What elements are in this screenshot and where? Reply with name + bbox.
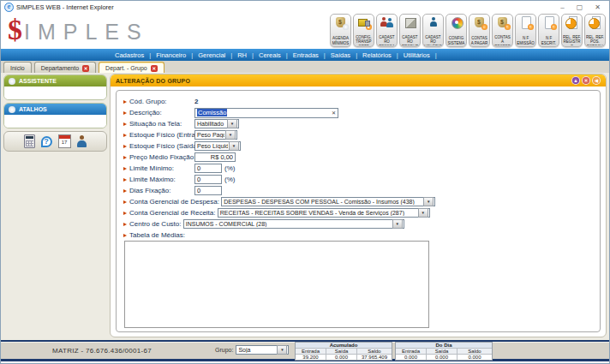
- main-menu-bar: Cadastros Financeiro Gerencial RH Cereai…: [1, 49, 609, 61]
- field-bullet-icon: [123, 234, 127, 237]
- form-title: ALTERAÇÃO DO GRUPO: [116, 78, 190, 84]
- panel-close-button[interactable]: ✕: [582, 76, 590, 85]
- toolbar-button-rel-pos-estoque[interactable]: REL. REF. POS. ESTOQUE: [584, 14, 606, 47]
- menu-financeiro[interactable]: Financeiro: [153, 51, 195, 59]
- field-row-situacao: Situação na Tela: Habilitado ▼: [123, 118, 593, 129]
- chevron-down-icon: ▼: [225, 130, 236, 140]
- do-dia-entrada-value: 0.000: [396, 355, 427, 360]
- main-panel: ALTERAÇÃO DO GRUPO ▲ ✕ ◀ Cód. Grupo: 2 D…: [110, 74, 607, 337]
- toolbar-button-contas-a-pagar[interactable]: ↓ CONTAS A PAGAR: [469, 14, 490, 47]
- conta-despesa-select[interactable]: DESPESAS - DESPESAS COM PESSOAL - Comiss…: [221, 197, 435, 206]
- percent-suffix: (%): [224, 164, 235, 172]
- menu-entradas[interactable]: Entradas: [290, 51, 328, 59]
- estoque-entrada-select[interactable]: Peso Pago ▼: [194, 130, 237, 140]
- palette-icon: [450, 16, 463, 29]
- toolbar-button-config-transporte[interactable]: ● CONFIG. TRANSPORTE ESCOL.: [353, 14, 374, 47]
- menu-rh[interactable]: RH: [235, 51, 256, 59]
- help-icon[interactable]: ?: [41, 136, 52, 147]
- descricao-input[interactable]: Comissão ✕: [194, 108, 338, 118]
- toolbar-button-config-sistema[interactable]: CONFIG SISTEMA: [446, 14, 467, 47]
- content-area: ASSISTENTE ATALHOS ? 17 ALTERAÇÃO: [1, 73, 609, 340]
- limite-maximo-input[interactable]: [194, 175, 222, 184]
- app-window: e SIMPLES WEB - Internet Explorer – ▢ ✕ …: [0, 0, 610, 364]
- assistente-panel: ASSISTENTE: [3, 75, 107, 100]
- tab-departamento[interactable]: Departamento ✕: [34, 62, 96, 74]
- field-bullet-icon: [123, 122, 127, 126]
- centro-custo-select[interactable]: INSUMOS - COMERCIAL (28) ▼: [183, 219, 404, 229]
- menu-cereais[interactable]: Cereais: [256, 51, 290, 59]
- menu-relatorios[interactable]: Relatórios: [360, 51, 401, 59]
- toolbar-button-nf-emissao[interactable]: ↑ N F EMISSÃO: [515, 14, 536, 47]
- toolbar-button-cadastro-pessoa[interactable]: CADASTRO PESSOA: [376, 14, 398, 47]
- quick-access-toolbar: AGENDA MÍNIMOS ● CONFIG. TRANSPORTE ESCO…: [330, 14, 606, 47]
- field-bullet-icon: [123, 145, 127, 148]
- field-row-conta-despesa: Conta Gerencial de Despesa: DESPESAS - D…: [123, 196, 593, 207]
- clear-field-icon[interactable]: ✕: [332, 110, 336, 116]
- field-row-descricao: Descrição: Comissão ✕: [123, 107, 593, 118]
- pie-chart-icon: [589, 16, 602, 29]
- toolbar-button-nf-escrit[interactable]: ↑ N F ESCRIT.: [538, 14, 559, 47]
- logo-word: IMPLES: [24, 20, 149, 45]
- tabela-medias-textarea[interactable]: [124, 241, 429, 328]
- field-row-centro-custo: Centro de Custo: INSUMOS - COMERCIAL (28…: [123, 218, 593, 230]
- calendar-icon[interactable]: 17: [58, 134, 71, 148]
- status-bar: MATRIZ - 76.676.436/0001-67 Grupo: Soja …: [1, 340, 609, 363]
- form-header: ALTERAÇÃO DO GRUPO ▲ ✕ ◀: [111, 75, 606, 87]
- user-icon: [427, 16, 440, 29]
- tab-close-icon[interactable]: ✕: [151, 65, 158, 72]
- document-icon: ↑: [519, 16, 533, 29]
- user-profile-icon[interactable]: [77, 135, 87, 148]
- sidebar-tools: ? 17: [3, 131, 107, 152]
- menu-saidas[interactable]: Saídas: [328, 51, 360, 59]
- field-bullet-icon: [123, 178, 127, 182]
- acumulado-table: Acumulado Entrada Saída Saldo 39.200 0.0…: [295, 342, 392, 361]
- panel-back-button[interactable]: ◀: [592, 76, 601, 85]
- calculator-icon[interactable]: [24, 134, 35, 148]
- cod-grupo-value: 2: [194, 98, 198, 105]
- field-bullet-icon: [123, 111, 127, 115]
- form-body: Cód. Grupo: 2 Descrição: Comissão ✕ Situ…: [116, 90, 601, 332]
- truck-icon: ●: [357, 16, 371, 29]
- menu-cadastros[interactable]: Cadastros: [112, 51, 153, 59]
- conta-receita-select[interactable]: RECEITAS - RECEITAS SOBRE VENDAS - Venda…: [218, 208, 430, 218]
- estoque-saida-select[interactable]: Peso Líquido ▼: [194, 141, 241, 151]
- tab-depart-grupo[interactable]: Depart. - Grupo ✕: [99, 62, 164, 74]
- minimize-button[interactable]: –: [560, 3, 564, 12]
- field-row-estoque-entrada: Estoque Físico (Entrada): Peso Pago ▼: [123, 129, 593, 140]
- document-icon: ↑: [542, 16, 556, 29]
- preco-medio-input[interactable]: [194, 152, 236, 162]
- simples-logo: $ IMPLES: [8, 15, 149, 45]
- panel-up-button[interactable]: ▲: [571, 76, 580, 85]
- bullet-circle-icon: [9, 78, 15, 85]
- chevron-down-icon: ▼: [229, 141, 239, 151]
- grupo-select[interactable]: Soja ▼: [236, 345, 289, 355]
- table-title: Do Dia: [396, 343, 492, 349]
- do-dia-table: Do Dia Entrada Saída Saldo 0.000 0.000 0…: [395, 342, 493, 361]
- toolbar-button-cadastro-usuarios[interactable]: CADASTRO USUÁRIOS: [422, 14, 444, 47]
- menu-gerencial[interactable]: Gerencial: [195, 51, 235, 59]
- toolbar-button-cadastro-produtos[interactable]: CADASTRO PRODUTOS: [399, 14, 421, 47]
- people-icon: [380, 16, 394, 29]
- field-bullet-icon: [123, 189, 127, 193]
- maximize-button[interactable]: ▢: [577, 3, 583, 12]
- field-row-limite-maximo: Limite Máximo: (%): [123, 174, 593, 185]
- chevron-down-icon: ▼: [423, 197, 434, 206]
- toolbar-button-rel-registro-inventario[interactable]: REL. REF. REGISTRO INVENTÁRIO: [561, 14, 583, 47]
- title-bar: e SIMPLES WEB - Internet Explorer – ▢ ✕: [1, 1, 609, 13]
- dias-fixacao-input[interactable]: [194, 186, 222, 195]
- limite-minimo-input[interactable]: [194, 164, 222, 173]
- assistente-header[interactable]: ASSISTENTE: [4, 75, 106, 87]
- acumulado-saldo-value: 37.965.409: [357, 355, 392, 360]
- tab-inicio[interactable]: Início: [3, 62, 32, 74]
- atalhos-header[interactable]: ATALHOS: [4, 104, 106, 115]
- toolbar-button-agenda-minimos[interactable]: AGENDA MÍNIMOS: [330, 14, 351, 47]
- field-row-limite-minimo: Limite Mínimo: (%): [123, 163, 593, 174]
- situacao-select[interactable]: Habilitado ▼: [194, 119, 239, 128]
- toolbar-button-contas-a-receber[interactable]: ↑ CONTAS A RECEBER: [492, 14, 513, 47]
- menu-utilitarios[interactable]: Utilitários: [401, 51, 440, 59]
- close-button[interactable]: ✕: [595, 3, 601, 12]
- field-row-preco-medio: Preço Médio Fixação:: [123, 152, 593, 163]
- tab-close-icon[interactable]: ✕: [82, 65, 89, 72]
- field-row-estoque-saida: Estoque Físico (Saída): Peso Líquido ▼: [123, 140, 593, 152]
- do-dia-saldo-value: 0.000: [458, 355, 492, 360]
